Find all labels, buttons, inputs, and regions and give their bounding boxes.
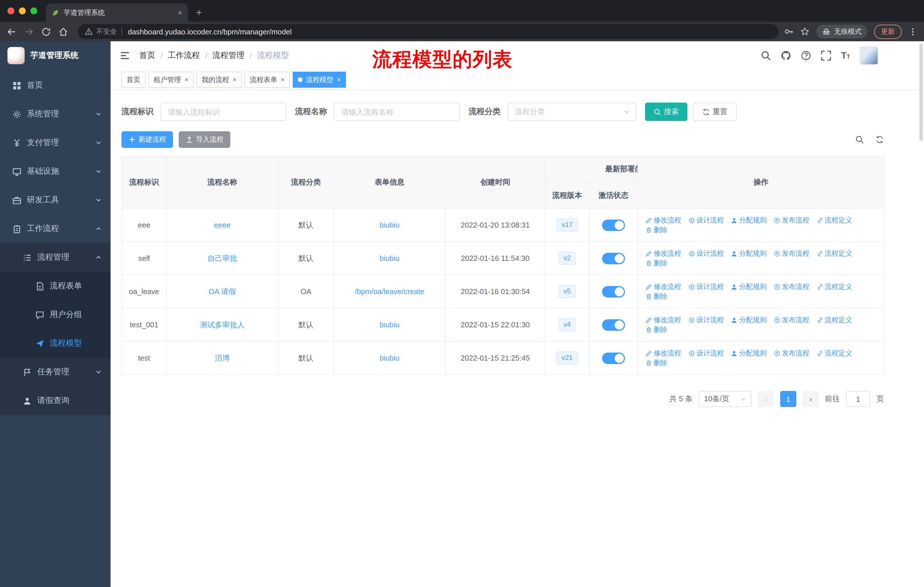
search-icon[interactable]	[855, 135, 864, 144]
page-size-select[interactable]: 10条/页	[699, 391, 752, 407]
address-bar[interactable]: 不安全 dashboard.yudao.iocoder.cn/bpm/manag…	[78, 24, 779, 39]
sidebar-item-task-mgmt[interactable]: 任务管理	[0, 358, 111, 386]
close-icon[interactable]: ×	[337, 76, 341, 83]
help-icon[interactable]	[801, 50, 811, 61]
active-toggle[interactable]	[602, 253, 625, 264]
category-select[interactable]: 流程分类	[508, 103, 637, 121]
refresh-icon[interactable]	[875, 135, 884, 144]
sidebar-item-home[interactable]: 首页	[0, 71, 111, 100]
delete-link[interactable]: 删除	[645, 258, 667, 268]
close-icon[interactable]: ×	[281, 76, 285, 83]
sidebar-item-process-model[interactable]: 流程模型	[0, 329, 111, 358]
delete-link[interactable]: 删除	[645, 225, 667, 235]
design-process-link[interactable]: 设计流程	[688, 215, 724, 225]
modify-process-link[interactable]: 修改流程	[645, 248, 681, 258]
modify-process-link[interactable]: 修改流程	[645, 215, 681, 225]
sidebar-item-user-group[interactable]: 用户分组	[0, 300, 111, 329]
sidebar-item-leave-query[interactable]: 请假查询	[0, 386, 111, 415]
form-link[interactable]: /bpm/oa/leave/create	[355, 287, 424, 296]
breadcrumb-item[interactable]: 首页	[139, 50, 155, 61]
process-name-link[interactable]: 滔博	[215, 354, 230, 362]
delete-link[interactable]: 删除	[645, 358, 667, 368]
password-key-icon[interactable]	[784, 27, 794, 36]
process-definition-link[interactable]: 流程定义	[817, 248, 852, 258]
tag-process-model[interactable]: 流程模型 ×	[293, 72, 346, 88]
design-process-link[interactable]: 设计流程	[688, 315, 724, 325]
publish-process-link[interactable]: 发布流程	[774, 248, 809, 258]
design-process-link[interactable]: 设计流程	[688, 248, 724, 258]
form-link[interactable]: biubiu	[380, 321, 399, 329]
active-toggle[interactable]	[602, 319, 625, 331]
sidebar-fold-icon[interactable]	[120, 50, 130, 61]
sidebar-item-payment[interactable]: 支付管理	[0, 128, 111, 157]
page-scrollbar[interactable]	[919, 43, 923, 141]
process-definition-link[interactable]: 流程定义	[817, 215, 852, 225]
assign-rule-link[interactable]: 分配规则	[731, 215, 767, 225]
process-name-input[interactable]	[334, 103, 460, 121]
design-process-link[interactable]: 设计流程	[688, 348, 724, 358]
tag-my-process[interactable]: 我的流程 ×	[196, 72, 242, 88]
sidebar-item-process-mgmt[interactable]: 流程管理	[0, 243, 111, 272]
assign-rule-link[interactable]: 分配规则	[731, 348, 767, 358]
page-number-button[interactable]: 1	[780, 391, 796, 407]
publish-process-link[interactable]: 发布流程	[774, 282, 809, 291]
modify-process-link[interactable]: 修改流程	[645, 348, 681, 358]
browser-menu-icon[interactable]	[909, 27, 917, 36]
tab-close-icon[interactable]: ×	[178, 8, 182, 17]
active-toggle[interactable]	[602, 286, 625, 297]
user-avatar[interactable]	[860, 46, 878, 65]
process-definition-link[interactable]: 流程定义	[817, 282, 852, 291]
sidebar-item-workflow[interactable]: 工作流程	[0, 214, 111, 243]
breadcrumb-item[interactable]: 流程管理	[213, 50, 244, 61]
assign-rule-link[interactable]: 分配规则	[731, 282, 767, 291]
sidebar-item-process-form[interactable]: 流程表单	[0, 272, 111, 300]
new-tab-button[interactable]: +	[196, 7, 202, 18]
form-link[interactable]: biubiu	[380, 354, 399, 362]
reload-icon[interactable]	[41, 26, 51, 36]
modify-process-link[interactable]: 修改流程	[645, 282, 681, 291]
close-icon[interactable]: ×	[185, 76, 188, 83]
publish-process-link[interactable]: 发布流程	[774, 348, 809, 358]
form-link[interactable]: biubiu	[380, 254, 399, 263]
process-definition-link[interactable]: 流程定义	[817, 348, 852, 358]
delete-link[interactable]: 删除	[645, 325, 667, 334]
browser-tab[interactable]: 芋道管理系统 ×	[46, 3, 188, 22]
forward-icon[interactable]	[24, 26, 34, 36]
home-icon[interactable]	[58, 26, 68, 36]
process-name-link[interactable]: 自己审批	[207, 254, 237, 262]
process-key-input[interactable]	[160, 103, 286, 121]
active-toggle[interactable]	[602, 352, 625, 364]
modify-process-link[interactable]: 修改流程	[645, 315, 681, 325]
reset-button[interactable]: 重置	[693, 103, 737, 121]
search-button[interactable]: 搜索	[645, 103, 687, 121]
process-definition-link[interactable]: 流程定义	[817, 315, 852, 325]
back-icon[interactable]	[7, 26, 16, 36]
sidebar-item-devtools[interactable]: 研发工具	[0, 186, 111, 214]
update-button[interactable]: 更新	[874, 24, 902, 39]
github-icon[interactable]	[781, 50, 791, 61]
prev-page-button[interactable]: ‹	[758, 391, 774, 407]
breadcrumb-item[interactable]: 工作流程	[168, 50, 200, 61]
minimize-window-button[interactable]	[19, 7, 26, 14]
search-icon[interactable]	[761, 50, 771, 61]
assign-rule-link[interactable]: 分配规则	[731, 248, 767, 258]
active-toggle[interactable]	[602, 219, 625, 231]
process-name-link[interactable]: eeee	[214, 221, 231, 229]
fullscreen-icon[interactable]	[821, 50, 831, 61]
assign-rule-link[interactable]: 分配规则	[731, 315, 767, 325]
tag-tenant-mgmt[interactable]: 租户管理 ×	[148, 72, 194, 88]
tag-home[interactable]: 首页	[121, 72, 145, 88]
page-goto-input[interactable]	[846, 391, 870, 407]
close-icon[interactable]: ×	[233, 76, 237, 83]
tag-process-form[interactable]: 流程表单 ×	[244, 72, 290, 88]
sidebar-item-system[interactable]: 系统管理	[0, 100, 111, 128]
font-size-icon[interactable]: TT	[841, 51, 850, 60]
design-process-link[interactable]: 设计流程	[688, 282, 724, 291]
close-window-button[interactable]	[7, 7, 14, 14]
process-name-link[interactable]: OA 请假	[208, 287, 236, 296]
import-process-button[interactable]: 导入流程	[179, 131, 230, 148]
create-process-button[interactable]: 新建流程	[121, 131, 173, 148]
next-page-button[interactable]: ›	[803, 391, 818, 407]
publish-process-link[interactable]: 发布流程	[774, 215, 809, 225]
process-name-link[interactable]: 测试多审批人	[200, 320, 244, 329]
